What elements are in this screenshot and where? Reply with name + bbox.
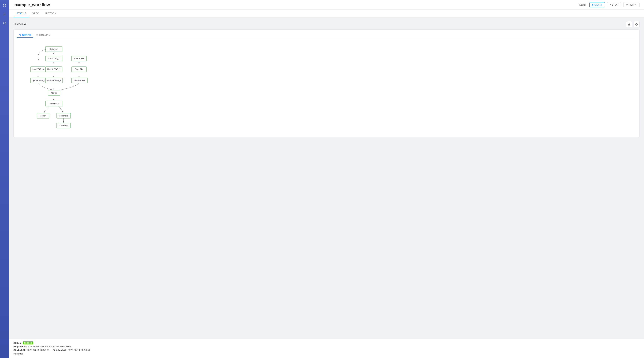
status-label: Status: — [14, 342, 22, 345]
svg-rect-3 — [5, 5, 6, 7]
svg-line-18 — [636, 24, 636, 25]
node-check-file[interactable]: Check File — [74, 57, 84, 60]
svg-rect-6 — [3, 15, 6, 15]
svg-line-8 — [5, 24, 6, 24]
svg-rect-5 — [3, 14, 6, 14]
time-row: Started At: 2023-08-11 20:56:38 Finished… — [14, 349, 640, 352]
node-validate-tab2[interactable]: Validate TAB_2 — [47, 79, 61, 81]
started-label: Started At: — [14, 349, 26, 352]
svg-rect-9 — [628, 23, 629, 24]
node-update-tab3[interactable]: Update TAB_3 — [32, 79, 45, 81]
svg-line-23 — [20, 35, 20, 35]
graph-tab-graph[interactable]: GRAPH — [16, 32, 33, 38]
sidebar — [0, 0, 9, 358]
svg-rect-11 — [628, 24, 629, 25]
finished-value: 2023-08-11 20:56:54 — [68, 349, 90, 352]
start-icon: ▶ — [592, 4, 594, 6]
main-tabs: STATUS SPEC HISTORY — [9, 10, 644, 17]
retry-icon: ↺ — [626, 3, 628, 6]
node-cleaning[interactable]: Cleaning — [60, 124, 68, 127]
status-row: Status: finished — [14, 342, 640, 345]
params-row: Params: — [14, 352, 640, 355]
flowchart-area: Initialize Copy TAB_1 Check File — [16, 41, 636, 134]
started-value: 2023-08-11 20:56:38 — [27, 349, 50, 352]
tab-spec[interactable]: SPEC — [29, 10, 42, 17]
overview-title: Overview — [14, 22, 26, 26]
node-copy-file[interactable]: Copy File — [75, 68, 83, 70]
status-badge: finished — [23, 342, 33, 345]
svg-rect-15 — [637, 24, 638, 24]
retry-button[interactable]: ↺ RETRY — [623, 2, 640, 7]
svg-rect-0 — [3, 4, 4, 5]
graph-tabs: GRAPH TIMELINE — [16, 32, 636, 38]
header: example_workflow Dagu ▶ START ■ STOP ↺ R… — [9, 0, 644, 10]
node-load-tab3[interactable]: Load TAB_3 — [32, 68, 44, 70]
start-label: START — [594, 3, 602, 6]
status-bar: Status: finished Request ID: 33110ab6-b7… — [9, 339, 644, 358]
node-copy-tab1[interactable]: Copy TAB_1 — [48, 57, 60, 60]
overview-actions — [626, 21, 640, 27]
overview-header: Overview — [14, 21, 640, 27]
tab-status[interactable]: STATUS — [14, 10, 29, 17]
finished-label: Finished At: — [53, 349, 67, 352]
flowchart-svg: Initialize Copy TAB_1 Check File — [16, 43, 114, 132]
sidebar-icon-list[interactable] — [2, 12, 7, 16]
svg-point-21 — [21, 34, 21, 35]
svg-rect-14 — [635, 24, 636, 24]
start-button[interactable]: ▶ START — [590, 2, 605, 7]
main-content: example_workflow Dagu ▶ START ■ STOP ↺ R… — [9, 0, 644, 358]
sidebar-icon-search[interactable] — [2, 21, 7, 25]
request-id-row: Request ID: 33110ab6-b7f8-420c-afbf-9606… — [14, 345, 640, 348]
header-actions: Dagu ▶ START ■ STOP ↺ RETRY — [579, 2, 640, 7]
svg-line-19 — [636, 24, 638, 25]
node-update-tab2[interactable]: Update TAB_2 — [47, 68, 60, 70]
app-name: Dagu — [579, 3, 586, 6]
svg-rect-4 — [3, 13, 6, 13]
params-label: Params: — [14, 352, 23, 355]
svg-rect-1 — [5, 4, 6, 5]
node-initialize[interactable]: Initialize — [50, 48, 58, 50]
svg-point-20 — [20, 34, 20, 35]
svg-rect-12 — [629, 24, 630, 25]
stop-icon: ■ — [610, 4, 611, 6]
svg-point-22 — [20, 35, 21, 36]
svg-rect-10 — [629, 23, 630, 24]
graph-tab-timeline[interactable]: TIMELINE — [33, 32, 53, 38]
node-merge[interactable]: Merge — [51, 92, 57, 94]
sidebar-icon-grid[interactable] — [2, 3, 7, 7]
workflow-title: example_workflow — [14, 2, 50, 7]
layout-icon-btn[interactable] — [626, 21, 632, 27]
flowchart-icon-btn[interactable] — [634, 21, 640, 27]
node-report[interactable]: Report — [40, 115, 46, 117]
tab-history[interactable]: HISTORY — [42, 10, 60, 17]
retry-label: RETRY — [628, 3, 637, 6]
node-reconcile[interactable]: Reconcile — [59, 115, 68, 117]
svg-rect-25 — [36, 34, 38, 36]
svg-rect-16 — [636, 25, 637, 25]
graph-tab-timeline-label: TIMELINE — [39, 34, 50, 36]
content-area: Overview — [9, 17, 644, 339]
svg-rect-2 — [3, 5, 4, 7]
svg-rect-13 — [636, 23, 637, 23]
graph-tab-graph-label: GRAPH — [22, 34, 31, 36]
request-id-value: 33110ab6-b7f8-420c-afbf-960606ab1f2e — [28, 345, 71, 348]
node-validate-file[interactable]: Validate File — [74, 79, 85, 81]
request-id-label: Request ID: — [14, 345, 27, 348]
svg-line-24 — [20, 35, 21, 35]
stop-label: STOP — [612, 3, 618, 6]
graph-container: GRAPH TIMELINE — [14, 29, 640, 137]
stop-button[interactable]: ■ STOP — [607, 2, 621, 7]
node-calc-result[interactable]: Calc Result — [49, 103, 59, 105]
